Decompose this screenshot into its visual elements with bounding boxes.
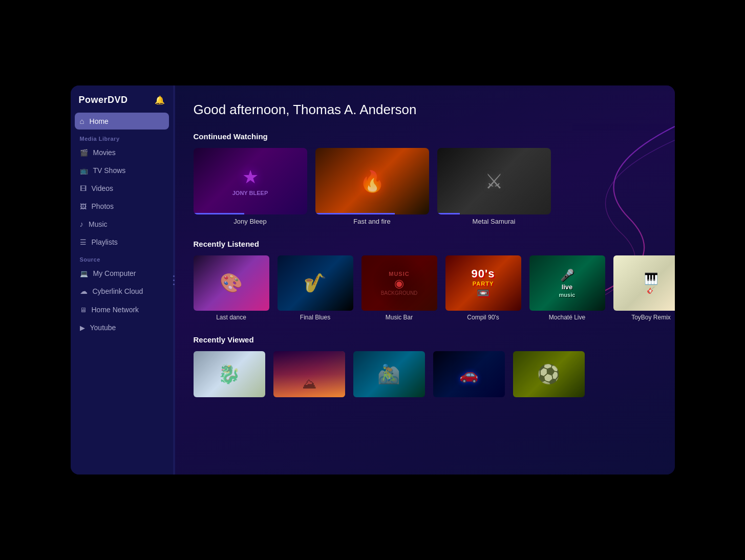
thumb-recently-viewed-5: ⚽ — [513, 351, 585, 397]
label-jony-bleep: Jony Bleep — [233, 218, 266, 225]
card-last-dance[interactable]: 🎨 Last dance — [194, 255, 269, 321]
sidebar-item-photos[interactable]: Photos — [75, 198, 169, 214]
source-label: Source — [75, 251, 169, 265]
card-music-bar[interactable]: MUSIC ◉ BACKGROUND Music Bar — [361, 255, 437, 321]
thumb-jony-bleep: ★ JONY BLEEP — [194, 148, 307, 214]
cloud-icon — [80, 287, 88, 296]
card-recently-viewed-4[interactable]: 🚗 — [433, 351, 505, 397]
label-metal-samurai: Metal Samurai — [473, 218, 516, 225]
card-metal-samurai[interactable]: ⚔ Metal Samurai — [437, 148, 551, 225]
recently-viewed-title: Recently Viewed — [194, 335, 656, 344]
sidebar-photos-label: Photos — [92, 202, 114, 210]
card-toyboy-remix[interactable]: 🎹 🎸 ToyBoy Remix — [613, 255, 675, 321]
sidebar-youtube-label: Youtube — [90, 324, 116, 332]
card-recently-viewed-2[interactable]: ⛰ — [273, 351, 345, 397]
thumb-toyboy-remix: 🎹 🎸 — [613, 255, 675, 311]
thumb-fast-fire: 🔥 — [315, 148, 429, 214]
continued-watching-title: Continued Watching — [194, 132, 656, 141]
sidebar-movies-label: Movies — [93, 148, 116, 157]
music-icon — [80, 220, 84, 228]
card-jony-bleep[interactable]: ★ JONY BLEEP Jony Bleep — [194, 148, 307, 225]
network-icon — [80, 305, 87, 314]
sidebar-nav: Home Media Library Movies TV Shows Video… — [71, 113, 173, 475]
tv-icon — [80, 166, 88, 175]
sidebar-item-movies[interactable]: Movies — [75, 144, 169, 161]
sidebar-item-playlists[interactable]: Playlists — [75, 233, 169, 250]
sidebar-homenetwork-label: Home Network — [92, 306, 139, 314]
movie-icon — [80, 148, 88, 157]
thumb-music-bar: MUSIC ◉ BACKGROUND — [361, 255, 437, 311]
sidebar-item-music[interactable]: Music — [75, 216, 169, 232]
label-compil-90s: Compil 90's — [467, 314, 499, 321]
home-icon — [80, 117, 84, 125]
photo-icon — [80, 202, 87, 210]
label-last-dance: Last dance — [216, 314, 246, 321]
main-content: Good afternoon, Thomas A. Anderson Conti… — [175, 85, 675, 475]
sidebar: PowerDVD 🔔 Home Media Library Movies TV … — [71, 85, 173, 475]
card-recently-viewed-1[interactable]: 🐉 — [194, 351, 265, 397]
sidebar-item-mycomputer[interactable]: My Computer — [75, 265, 169, 282]
app-window: PowerDVD 🔔 Home Media Library Movies TV … — [71, 85, 675, 475]
video-icon — [80, 184, 87, 192]
greeting: Good afternoon, Thomas A. Anderson — [194, 102, 656, 118]
thumb-recently-viewed-4: 🚗 — [433, 351, 505, 397]
computer-icon — [80, 269, 88, 277]
card-compil-90s[interactable]: 90's PARTY 📼 Compil 90's — [445, 255, 521, 321]
notification-icon[interactable]: 🔔 — [155, 95, 165, 105]
label-music-bar: Music Bar — [386, 314, 413, 321]
sidebar-item-tvshows[interactable]: TV Shows — [75, 162, 169, 179]
sidebar-music-label: Music — [89, 220, 108, 228]
card-recently-viewed-5[interactable]: ⚽ — [513, 351, 585, 397]
sidebar-mycomputer-label: My Computer — [93, 269, 136, 277]
app-title: PowerDVD — [79, 95, 128, 105]
recently-listened-row: 🎨 Last dance 🎷 Final Blues MUSIC — [194, 255, 656, 321]
thumb-recently-viewed-3: 🚵 — [353, 351, 425, 397]
sidebar-tvshows-label: TV Shows — [93, 166, 126, 175]
card-fast-fire[interactable]: 🔥 Fast and fire — [315, 148, 429, 225]
thumb-recently-viewed-2: ⛰ — [273, 351, 345, 397]
sidebar-header: PowerDVD 🔔 — [71, 85, 173, 113]
playlist-icon — [80, 238, 87, 246]
progress-samurai — [437, 213, 460, 214]
sidebar-item-home[interactable]: Home — [75, 113, 169, 130]
card-final-blues[interactable]: 🎷 Final Blues — [278, 255, 353, 321]
thumb-final-blues: 🎷 — [278, 255, 353, 311]
label-fast-fire: Fast and fire — [353, 218, 390, 225]
media-library-label: Media Library — [75, 131, 169, 144]
thumb-compil-90s: 90's PARTY 📼 — [445, 255, 521, 311]
thumb-metal-samurai: ⚔ — [437, 148, 551, 214]
label-toyboy-remix: ToyBoy Remix — [631, 314, 671, 321]
progress-jony — [194, 213, 245, 214]
continued-watching-row: ★ JONY BLEEP Jony Bleep 🔥 Fast and fire — [194, 148, 656, 225]
sidebar-videos-label: Videos — [92, 184, 114, 192]
sidebar-item-youtube[interactable]: Youtube — [75, 319, 169, 336]
progress-fast — [315, 213, 395, 214]
card-recently-viewed-3[interactable]: 🚵 — [353, 351, 425, 397]
sidebar-item-videos[interactable]: Videos — [75, 180, 169, 197]
sidebar-item-homenetwork[interactable]: Home Network — [75, 301, 169, 318]
sidebar-cloud-label: Cyberlink Cloud — [93, 287, 143, 295]
label-mochate-live: Mochaté Live — [549, 314, 585, 321]
sidebar-playlists-label: Playlists — [92, 238, 118, 246]
thumb-last-dance: 🎨 — [194, 255, 269, 311]
youtube-icon — [80, 323, 85, 332]
label-final-blues: Final Blues — [300, 314, 330, 321]
recently-viewed-row: 🐉 ⛰ 🚵 — [194, 351, 656, 397]
thumb-recently-viewed-1: 🐉 — [194, 351, 265, 397]
sidebar-item-cloud[interactable]: Cyberlink Cloud — [75, 283, 169, 300]
thumb-mochate-live: 🎤 live music — [529, 255, 605, 311]
card-mochate-live[interactable]: 🎤 live music Mochaté Live — [529, 255, 605, 321]
sidebar-home-label: Home — [90, 117, 109, 125]
recently-listened-title: Recently Listened — [194, 240, 656, 248]
